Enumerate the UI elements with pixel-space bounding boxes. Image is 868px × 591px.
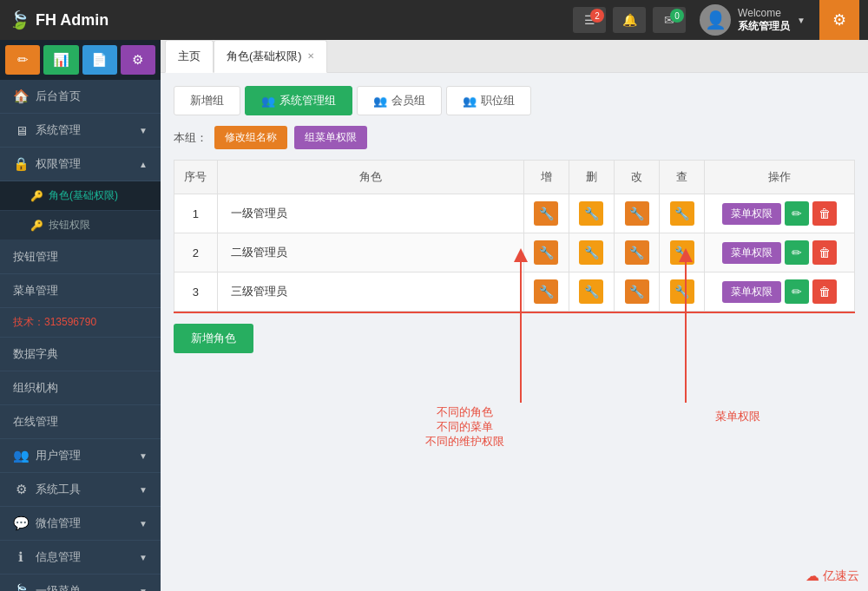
sidebar-tool-file[interactable]: 📄 — [82, 45, 117, 75]
sidebar-item-system[interactable]: 🖥 系统管理 ▼ — [0, 114, 161, 148]
subgroup-actions: 本组： 修改组名称 组菜单权限 — [174, 126, 855, 149]
svg-text:菜单权限: 菜单权限 — [715, 410, 760, 423]
sidebar-item-label: 用户管理 — [36, 448, 132, 463]
edit-role-button[interactable]: ✏ — [785, 201, 809, 226]
add-perm-button[interactable]: 🔧 — [534, 279, 558, 304]
leaf-icon: 🍃 — [9, 10, 30, 30]
avatar: 👤 — [700, 4, 731, 36]
key-icon: 🔑 — [30, 220, 43, 232]
delete-role-button[interactable]: 🗑 — [812, 201, 837, 226]
rename-group-button[interactable]: 修改组名称 — [214, 126, 287, 149]
sidebar-item-button-mgmt[interactable]: 按钮管理 — [0, 240, 161, 274]
svg-text:不同的菜单: 不同的菜单 — [437, 420, 493, 433]
footer-brand: ☁ 亿速云 — [806, 568, 859, 584]
sidebar-item-roles[interactable]: 🔑 角色(基础权限) — [0, 181, 161, 211]
sidebar-item-permissions[interactable]: 🔒 权限管理 ▲ — [0, 148, 161, 181]
sidebar-item-label: 数据字典 — [13, 346, 58, 362]
cell-edit: 🔧 — [614, 233, 659, 273]
content-area: 新增组 👥 系统管理组 👥 会员组 👥 职位组 本组： 修改组名称 — [161, 73, 868, 591]
tech-note: 技术：313596790 — [0, 308, 161, 338]
col-edit: 改 — [614, 161, 659, 194]
notifications-button[interactable]: 🔔 — [613, 7, 646, 33]
messages-badge: 2 — [590, 9, 604, 23]
cell-index: 3 — [174, 273, 218, 312]
sidebar-item-tools[interactable]: ⚙ 系统工具 ▼ — [0, 473, 161, 507]
del-perm-button[interactable]: 🔧 — [579, 201, 603, 226]
edit-role-button[interactable]: ✏ — [785, 279, 809, 304]
menu-perm-button[interactable]: 菜单权限 — [722, 242, 781, 264]
col-index: 序号 — [174, 161, 218, 194]
cell-del: 🔧 — [569, 233, 614, 273]
menu-perm-button[interactable]: 菜单权限 — [722, 203, 781, 225]
lock-icon: 🔒 — [13, 156, 29, 172]
user-menu[interactable]: 👤 Welcome 系统管理员 ▼ — [700, 4, 806, 36]
sidebar-item-org[interactable]: 组织机构 — [0, 371, 161, 405]
cell-edit: 🔧 — [614, 194, 659, 233]
layout: ✏ 📊 📄 ⚙ 🏠 后台首页 🖥 系统管理 ▼ 🔒 权限管理 ▲ 🔑 — [0, 40, 868, 591]
col-view: 查 — [660, 161, 705, 194]
edit-role-button[interactable]: ✏ — [785, 240, 809, 265]
sidebar-item-label: 在线管理 — [13, 414, 58, 430]
group-tab-position[interactable]: 👥 职位组 — [446, 86, 531, 115]
logo: 🍃 FH Admin — [9, 10, 573, 30]
sidebar-item-home[interactable]: 🏠 后台首页 — [0, 80, 161, 114]
sidebar-item-users[interactable]: 👥 用户管理 ▼ — [0, 439, 161, 473]
cell-view: 🔧 — [660, 233, 705, 273]
edit-perm-button[interactable]: 🔧 — [625, 279, 649, 304]
tab-home[interactable]: 主页 — [165, 40, 214, 73]
chevron-down-icon: ▼ — [139, 126, 148, 135]
sidebar-item-info[interactable]: ℹ 信息管理 ▼ — [0, 541, 161, 575]
sidebar-item-buttons[interactable]: 🔑 按钮权限 — [0, 211, 161, 240]
subgroup-label: 本组： — [174, 130, 207, 146]
tab-roles[interactable]: 角色(基础权限) ✕ — [214, 40, 327, 73]
sidebar-item-online[interactable]: 在线管理 — [0, 405, 161, 439]
delete-role-button[interactable]: 🗑 — [812, 279, 837, 304]
view-perm-button[interactable]: 🔧 — [670, 240, 694, 265]
group-menu-permission-button[interactable]: 组菜单权限 — [294, 126, 367, 149]
sidebar-nav: 🏠 后台首页 🖥 系统管理 ▼ 🔒 权限管理 ▲ 🔑 角色(基础权限) 🔑 — [0, 80, 161, 591]
cell-role-name: 一级管理员 — [217, 194, 523, 233]
edit-perm-button[interactable]: 🔧 — [625, 201, 649, 226]
header-settings-button[interactable]: ⚙ — [819, 0, 859, 40]
sidebar-item-menu-mgmt[interactable]: 菜单管理 — [0, 274, 161, 308]
cell-actions: 菜单权限 ✏ 🗑 — [705, 233, 855, 273]
tab-close-icon[interactable]: ✕ — [307, 51, 314, 61]
header: 🍃 FH Admin ☰ 2 🔔 ✉ 0 👤 Welcome 系统管理员 ▼ ⚙ — [0, 0, 868, 40]
delete-role-button[interactable]: 🗑 — [812, 240, 837, 265]
sidebar-item-label: 菜单管理 — [13, 283, 58, 299]
group-tab-system[interactable]: 👥 系统管理组 — [245, 86, 352, 115]
sidebar-tool-chart[interactable]: 📊 — [43, 45, 78, 75]
sidebar-tool-edit[interactable]: ✏ — [5, 45, 40, 75]
users-icon: 👥 — [373, 95, 387, 108]
group-tab-member[interactable]: 👥 会员组 — [357, 86, 442, 115]
cell-add: 🔧 — [523, 273, 569, 312]
group-tabs: 新增组 👥 系统管理组 👥 会员组 👥 职位组 — [174, 86, 855, 115]
sidebar-item-wechat[interactable]: 💬 微信管理 ▼ — [0, 507, 161, 541]
add-perm-button[interactable]: 🔧 — [534, 240, 558, 265]
add-perm-button[interactable]: 🔧 — [534, 201, 558, 226]
chat-icon: 💬 — [13, 515, 29, 531]
sidebar-item-label: 权限管理 — [36, 156, 132, 172]
action-cell: 菜单权限 ✏ 🗑 — [712, 279, 847, 304]
chevron-down-icon: ▼ — [139, 485, 148, 495]
add-role-button[interactable]: 新增角色 — [174, 324, 253, 353]
messages-button[interactable]: ☰ 2 — [573, 7, 606, 33]
cell-del: 🔧 — [569, 194, 614, 233]
group-tab-new[interactable]: 新增组 — [174, 86, 240, 115]
sidebar-item-label: 系统工具 — [36, 482, 132, 497]
menu-perm-button[interactable]: 菜单权限 — [722, 281, 781, 303]
del-perm-button[interactable]: 🔧 — [579, 240, 603, 265]
del-perm-button[interactable]: 🔧 — [579, 279, 603, 304]
sidebar-tool-gear[interactable]: ⚙ — [121, 45, 155, 75]
sidebar-item-first-menu[interactable]: 🍃 一级菜单 ▼ — [0, 575, 161, 591]
table-row: 2 二级管理员 🔧 🔧 🔧 🔧 菜单权限 ✏ 🗑 — [174, 233, 855, 273]
users-icon: 👥 — [13, 448, 29, 463]
mail-button[interactable]: ✉ 0 — [653, 7, 686, 33]
username-label: 系统管理员 — [738, 19, 790, 34]
edit-perm-button[interactable]: 🔧 — [625, 240, 649, 265]
sidebar-item-label: 系统管理 — [36, 122, 132, 138]
sidebar-item-dict[interactable]: 数据字典 — [0, 338, 161, 371]
view-perm-button[interactable]: 🔧 — [670, 201, 694, 226]
users-icon: 👥 — [261, 95, 275, 108]
view-perm-button[interactable]: 🔧 — [670, 279, 694, 304]
